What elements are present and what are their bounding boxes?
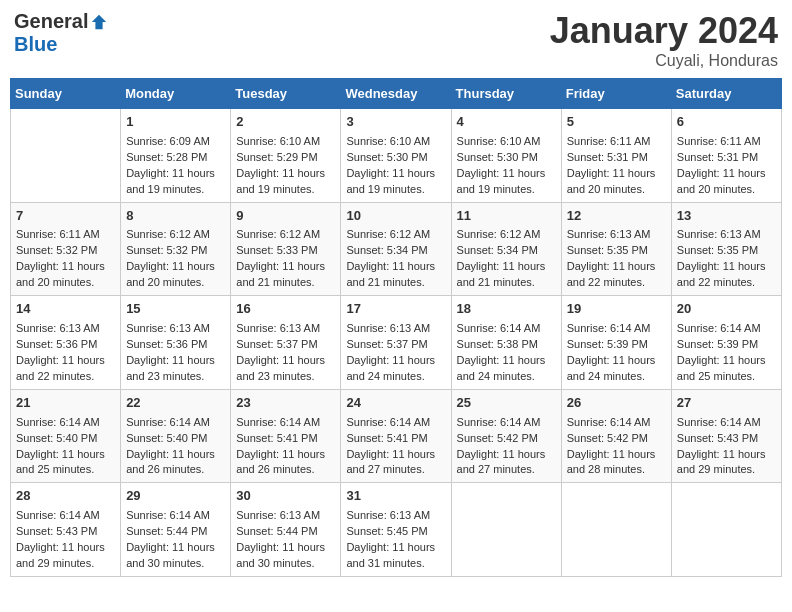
day-number: 20 <box>677 300 776 319</box>
day-number: 24 <box>346 394 445 413</box>
cell-content: Sunrise: 6:14 AMSunset: 5:40 PMDaylight:… <box>16 415 115 479</box>
logo: General Blue <box>14 10 108 56</box>
cell-content: Sunrise: 6:14 AMSunset: 5:42 PMDaylight:… <box>457 415 556 479</box>
calendar-cell: 27Sunrise: 6:14 AMSunset: 5:43 PMDayligh… <box>671 389 781 483</box>
calendar-cell: 13Sunrise: 6:13 AMSunset: 5:35 PMDayligh… <box>671 202 781 296</box>
weekday-header: Thursday <box>451 79 561 109</box>
day-number: 1 <box>126 113 225 132</box>
calendar-cell: 1Sunrise: 6:09 AMSunset: 5:28 PMDaylight… <box>121 109 231 203</box>
calendar-cell: 11Sunrise: 6:12 AMSunset: 5:34 PMDayligh… <box>451 202 561 296</box>
calendar-cell: 29Sunrise: 6:14 AMSunset: 5:44 PMDayligh… <box>121 483 231 577</box>
cell-content: Sunrise: 6:12 AMSunset: 5:32 PMDaylight:… <box>126 227 225 291</box>
cell-content: Sunrise: 6:14 AMSunset: 5:44 PMDaylight:… <box>126 508 225 572</box>
calendar-table: SundayMondayTuesdayWednesdayThursdayFrid… <box>10 78 782 577</box>
day-number: 7 <box>16 207 115 226</box>
day-number: 4 <box>457 113 556 132</box>
calendar-cell <box>451 483 561 577</box>
calendar-cell: 12Sunrise: 6:13 AMSunset: 5:35 PMDayligh… <box>561 202 671 296</box>
cell-content: Sunrise: 6:10 AMSunset: 5:30 PMDaylight:… <box>346 134 445 198</box>
day-number: 26 <box>567 394 666 413</box>
weekday-header: Monday <box>121 79 231 109</box>
calendar-cell: 24Sunrise: 6:14 AMSunset: 5:41 PMDayligh… <box>341 389 451 483</box>
calendar-cell: 25Sunrise: 6:14 AMSunset: 5:42 PMDayligh… <box>451 389 561 483</box>
day-number: 13 <box>677 207 776 226</box>
day-number: 9 <box>236 207 335 226</box>
day-number: 28 <box>16 487 115 506</box>
cell-content: Sunrise: 6:11 AMSunset: 5:31 PMDaylight:… <box>567 134 666 198</box>
cell-content: Sunrise: 6:14 AMSunset: 5:41 PMDaylight:… <box>236 415 335 479</box>
location: Cuyali, Honduras <box>550 52 778 70</box>
calendar-cell <box>11 109 121 203</box>
calendar-cell: 21Sunrise: 6:14 AMSunset: 5:40 PMDayligh… <box>11 389 121 483</box>
cell-content: Sunrise: 6:10 AMSunset: 5:30 PMDaylight:… <box>457 134 556 198</box>
day-number: 8 <box>126 207 225 226</box>
day-number: 19 <box>567 300 666 319</box>
cell-content: Sunrise: 6:14 AMSunset: 5:39 PMDaylight:… <box>567 321 666 385</box>
day-number: 25 <box>457 394 556 413</box>
calendar-cell: 4Sunrise: 6:10 AMSunset: 5:30 PMDaylight… <box>451 109 561 203</box>
calendar-cell: 3Sunrise: 6:10 AMSunset: 5:30 PMDaylight… <box>341 109 451 203</box>
weekday-header: Sunday <box>11 79 121 109</box>
day-number: 17 <box>346 300 445 319</box>
day-number: 11 <box>457 207 556 226</box>
cell-content: Sunrise: 6:12 AMSunset: 5:34 PMDaylight:… <box>346 227 445 291</box>
calendar-cell: 16Sunrise: 6:13 AMSunset: 5:37 PMDayligh… <box>231 296 341 390</box>
cell-content: Sunrise: 6:14 AMSunset: 5:39 PMDaylight:… <box>677 321 776 385</box>
calendar-cell: 6Sunrise: 6:11 AMSunset: 5:31 PMDaylight… <box>671 109 781 203</box>
cell-content: Sunrise: 6:13 AMSunset: 5:36 PMDaylight:… <box>126 321 225 385</box>
weekday-header: Tuesday <box>231 79 341 109</box>
cell-content: Sunrise: 6:14 AMSunset: 5:41 PMDaylight:… <box>346 415 445 479</box>
cell-content: Sunrise: 6:11 AMSunset: 5:31 PMDaylight:… <box>677 134 776 198</box>
calendar-week-row: 7Sunrise: 6:11 AMSunset: 5:32 PMDaylight… <box>11 202 782 296</box>
calendar-cell: 2Sunrise: 6:10 AMSunset: 5:29 PMDaylight… <box>231 109 341 203</box>
day-number: 6 <box>677 113 776 132</box>
calendar-cell: 8Sunrise: 6:12 AMSunset: 5:32 PMDaylight… <box>121 202 231 296</box>
day-number: 23 <box>236 394 335 413</box>
cell-content: Sunrise: 6:14 AMSunset: 5:43 PMDaylight:… <box>16 508 115 572</box>
calendar-cell: 20Sunrise: 6:14 AMSunset: 5:39 PMDayligh… <box>671 296 781 390</box>
day-number: 14 <box>16 300 115 319</box>
calendar-cell: 22Sunrise: 6:14 AMSunset: 5:40 PMDayligh… <box>121 389 231 483</box>
calendar-cell <box>671 483 781 577</box>
calendar-week-row: 21Sunrise: 6:14 AMSunset: 5:40 PMDayligh… <box>11 389 782 483</box>
cell-content: Sunrise: 6:13 AMSunset: 5:45 PMDaylight:… <box>346 508 445 572</box>
logo-blue-text: Blue <box>14 33 57 56</box>
cell-content: Sunrise: 6:14 AMSunset: 5:38 PMDaylight:… <box>457 321 556 385</box>
calendar-cell: 19Sunrise: 6:14 AMSunset: 5:39 PMDayligh… <box>561 296 671 390</box>
day-number: 18 <box>457 300 556 319</box>
calendar-cell: 10Sunrise: 6:12 AMSunset: 5:34 PMDayligh… <box>341 202 451 296</box>
day-number: 21 <box>16 394 115 413</box>
cell-content: Sunrise: 6:13 AMSunset: 5:37 PMDaylight:… <box>346 321 445 385</box>
day-number: 2 <box>236 113 335 132</box>
calendar-cell: 31Sunrise: 6:13 AMSunset: 5:45 PMDayligh… <box>341 483 451 577</box>
day-number: 31 <box>346 487 445 506</box>
day-number: 15 <box>126 300 225 319</box>
calendar-cell: 30Sunrise: 6:13 AMSunset: 5:44 PMDayligh… <box>231 483 341 577</box>
calendar-cell <box>561 483 671 577</box>
cell-content: Sunrise: 6:11 AMSunset: 5:32 PMDaylight:… <box>16 227 115 291</box>
title-block: January 2024 Cuyali, Honduras <box>550 10 778 70</box>
cell-content: Sunrise: 6:13 AMSunset: 5:35 PMDaylight:… <box>677 227 776 291</box>
calendar-cell: 15Sunrise: 6:13 AMSunset: 5:36 PMDayligh… <box>121 296 231 390</box>
day-number: 12 <box>567 207 666 226</box>
cell-content: Sunrise: 6:12 AMSunset: 5:33 PMDaylight:… <box>236 227 335 291</box>
page-header: General Blue January 2024 Cuyali, Hondur… <box>10 10 782 70</box>
calendar-cell: 26Sunrise: 6:14 AMSunset: 5:42 PMDayligh… <box>561 389 671 483</box>
calendar-cell: 9Sunrise: 6:12 AMSunset: 5:33 PMDaylight… <box>231 202 341 296</box>
calendar-week-row: 1Sunrise: 6:09 AMSunset: 5:28 PMDaylight… <box>11 109 782 203</box>
calendar-cell: 17Sunrise: 6:13 AMSunset: 5:37 PMDayligh… <box>341 296 451 390</box>
cell-content: Sunrise: 6:13 AMSunset: 5:44 PMDaylight:… <box>236 508 335 572</box>
weekday-header: Wednesday <box>341 79 451 109</box>
calendar-cell: 5Sunrise: 6:11 AMSunset: 5:31 PMDaylight… <box>561 109 671 203</box>
day-number: 27 <box>677 394 776 413</box>
day-number: 3 <box>346 113 445 132</box>
day-number: 22 <box>126 394 225 413</box>
day-number: 29 <box>126 487 225 506</box>
day-number: 16 <box>236 300 335 319</box>
calendar-week-row: 28Sunrise: 6:14 AMSunset: 5:43 PMDayligh… <box>11 483 782 577</box>
cell-content: Sunrise: 6:14 AMSunset: 5:40 PMDaylight:… <box>126 415 225 479</box>
logo-general-text: General <box>14 10 88 33</box>
month-title: January 2024 <box>550 10 778 52</box>
cell-content: Sunrise: 6:14 AMSunset: 5:43 PMDaylight:… <box>677 415 776 479</box>
weekday-header-row: SundayMondayTuesdayWednesdayThursdayFrid… <box>11 79 782 109</box>
